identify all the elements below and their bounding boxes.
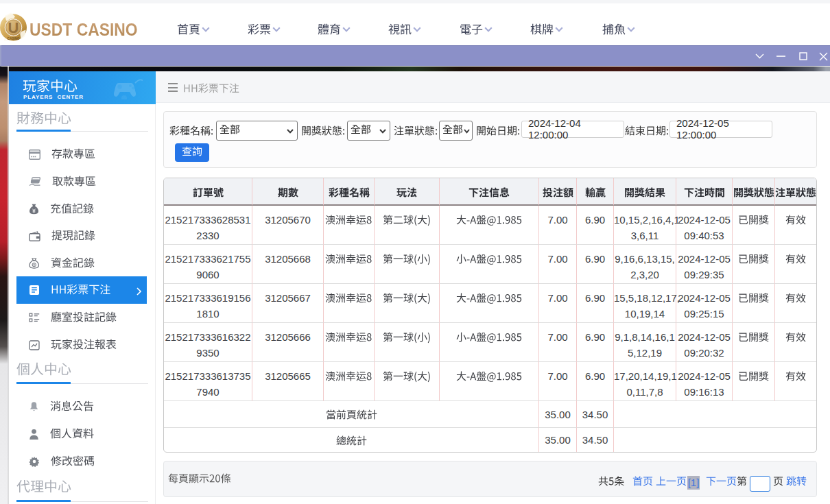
svg-text:CASINO: CASINO bbox=[8, 37, 20, 40]
svg-text:U: U bbox=[8, 19, 19, 36]
